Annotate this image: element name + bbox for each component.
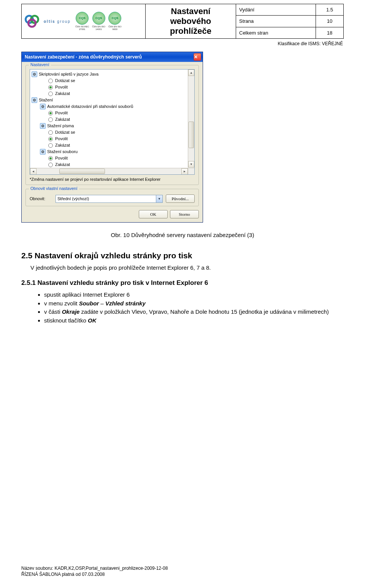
tree-option[interactable]: Povolit <box>32 110 187 116</box>
scroll-down-button[interactable]: ▼ <box>188 161 194 168</box>
radio-icon[interactable] <box>48 137 53 141</box>
list-item: v části Okraje zadáte v položkách Vlevo,… <box>44 308 344 316</box>
gear-icon: ⚙ <box>40 123 46 129</box>
meta-label: Strana <box>236 16 316 27</box>
tree-label: Stažení písma <box>47 123 74 129</box>
gear-icon: ⚙ <box>40 149 46 155</box>
classification-line: Klasifikace dle ISMS: VEŘEJNÉ <box>21 41 343 46</box>
option-label: Zakázat <box>55 161 70 168</box>
meta-label: Vydání <box>236 4 316 15</box>
tree-option[interactable]: Zakázat <box>32 90 187 97</box>
tree-label: Automatické dotazování při stahování sou… <box>47 103 133 110</box>
tree-label: Stažení <box>39 97 53 103</box>
option-label: Zakázat <box>55 90 70 97</box>
horizontal-scrollbar[interactable]: ◄ ► <box>30 168 188 174</box>
option-label: Dotázat se <box>55 77 75 84</box>
meta-row: Strana10 <box>236 16 343 27</box>
scroll-up-button[interactable]: ▲ <box>188 70 194 76</box>
oltis-logo: oltis group <box>25 15 71 28</box>
scroll-right-button[interactable]: ► <box>181 168 188 175</box>
horizontal-scroll-track[interactable] <box>36 168 181 174</box>
gear-icon: ⚙ <box>32 97 37 103</box>
tree-subcategory: ⚙Automatické dotazování při stahování so… <box>32 103 187 110</box>
tree-category: ⚙Skriptování apletů v jazyce Java <box>32 71 187 77</box>
chevron-down-icon[interactable]: ▼ <box>156 195 162 202</box>
option-label: Zakázat <box>55 142 70 149</box>
vertical-scroll-thumb[interactable] <box>189 122 194 148</box>
option-label: Povolit <box>55 84 68 90</box>
close-icon: ✕ <box>194 54 201 60</box>
tree-option[interactable]: Povolit <box>32 84 187 90</box>
ok-button[interactable]: OK <box>139 210 168 218</box>
tree-label: Skriptování apletů v jazyce Java <box>39 71 98 77</box>
dialog-titlebar[interactable]: Nastavení zabezpečení - zóna důvěryhodný… <box>22 52 203 62</box>
horizontal-scroll-thumb[interactable] <box>59 169 105 174</box>
list-item: v menu zvolit Soubor – Vzhled stránky <box>44 299 344 308</box>
tree-label: Stažení souboru <box>47 149 78 155</box>
tree-subcategory: ⚙Stažení písma <box>32 123 187 129</box>
tree-subcategory: ⚙Stažení souboru <box>32 149 187 155</box>
option-label: Povolit <box>55 155 68 161</box>
option-label: Povolit <box>55 110 68 116</box>
tree-option[interactable]: Povolit <box>32 136 187 142</box>
option-label: Dotázat se <box>55 129 75 136</box>
doc-header: oltis group CQSČSN ISO/IEC27001CQSČSN EN… <box>21 4 344 39</box>
cert-badge: CQSČSN EN ISO9000 <box>108 12 122 30</box>
reset-defaults-button[interactable]: Původní... <box>166 194 195 203</box>
tree-option[interactable]: Povolit <box>32 155 187 161</box>
cancel-button[interactable]: Storno <box>170 210 199 218</box>
section-2-5-1-heading: 2.5.1 Nastavení vzhledu stránky pro tisk… <box>21 279 344 287</box>
vertical-scroll-track[interactable] <box>188 76 194 161</box>
meta-value: 10 <box>316 16 343 27</box>
radio-icon[interactable] <box>48 143 53 148</box>
settings-group: Nastavení ⚙Skriptování apletů v jazyce J… <box>25 65 199 185</box>
logo-rings-icon <box>25 15 41 28</box>
scroll-left-button[interactable]: ◄ <box>30 168 36 175</box>
cert-seal-icon: CQS <box>108 12 121 25</box>
radio-icon[interactable] <box>48 156 53 161</box>
tree-category: ⚙Stažení <box>32 97 187 103</box>
gear-icon: ⚙ <box>40 104 46 109</box>
header-logos: oltis group CQSČSN ISO/IEC27001CQSČSN EN… <box>22 4 146 38</box>
radio-icon[interactable] <box>48 79 53 83</box>
radio-icon[interactable] <box>48 117 53 122</box>
tree-option[interactable]: Dotázat se <box>32 129 187 136</box>
meta-row: Vydání1.5 <box>236 4 343 16</box>
cert-seal-icon: CQS <box>76 12 89 25</box>
reset-level-combobox[interactable]: Střední (výchozí) ▼ <box>56 195 163 203</box>
combo-value: Střední (výchozí) <box>57 196 89 201</box>
option-label: Zakázat <box>55 116 70 123</box>
settings-group-legend: Nastavení <box>29 62 51 67</box>
tree-option[interactable]: Zakázat <box>32 161 187 168</box>
radio-icon[interactable] <box>48 163 53 167</box>
list-item: spustit aplikaci Internet Explorer 6 <box>44 291 344 299</box>
close-button[interactable]: ✕ <box>194 53 201 61</box>
doc-title-cell: Nastavení webového prohlížeče <box>146 4 236 38</box>
radio-icon[interactable] <box>48 130 53 135</box>
scroll-corner <box>188 168 194 174</box>
meta-value: 1.5 <box>316 4 343 15</box>
radio-icon[interactable] <box>48 92 53 96</box>
meta-value: 18 <box>316 27 343 38</box>
section-2-5-heading: 2.5 Nastavení okrajů vzhledu stránky pro… <box>21 251 344 260</box>
option-label: Povolit <box>55 136 68 142</box>
gear-icon: ⚙ <box>32 71 37 77</box>
doc-title: Nastavení webového prohlížeče <box>149 6 232 36</box>
tree-option[interactable]: Zakázat <box>32 116 187 123</box>
tree-option[interactable]: Dotázat se <box>32 77 187 84</box>
cert-badge: CQSČSN EN ISO14001 <box>92 12 105 30</box>
header-meta-table: Vydání1.5Strana10Celkem stran18 <box>236 4 343 38</box>
footer-filename: Název souboru: KADR,K2,OSP,Portal_nastav… <box>21 565 168 571</box>
restart-note: *Změna nastavení se projeví po restartov… <box>30 177 195 182</box>
reset-group-legend: Obnovit vlastní nastavení <box>29 186 79 191</box>
section-2-5-1-bullets: spustit aplikaci Internet Explorer 6v me… <box>44 291 344 325</box>
radio-icon[interactable] <box>48 85 53 90</box>
radio-icon[interactable] <box>48 111 53 115</box>
tree-option[interactable]: Zakázat <box>32 142 187 149</box>
vertical-scrollbar[interactable]: ▲ ▼ <box>188 70 194 168</box>
footer-template-line: ŘÍZENÁ ŠABLONA platná od 07.03.2008 <box>21 571 168 577</box>
settings-listbox[interactable]: ⚙Skriptování apletů v jazyce JavaDotázat… <box>30 69 195 175</box>
section-2-5-paragraph: V jednotlivých bodech je popis pro prohl… <box>30 264 344 272</box>
page-footer: Název souboru: KADR,K2,OSP,Portal_nastav… <box>21 565 168 577</box>
dialog-title: Nastavení zabezpečení - zóna důvěryhodný… <box>25 54 194 60</box>
